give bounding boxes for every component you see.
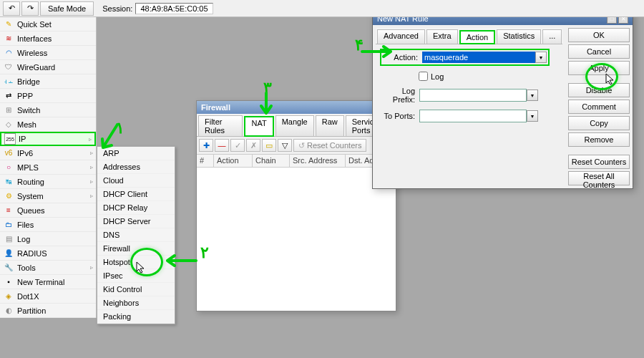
files-icon: 🗀 bbox=[3, 219, 14, 231]
sidebar-item-bridge[interactable]: ⫞⫠Bridge bbox=[0, 74, 96, 89]
sidebar-item-wireless[interactable]: ◠Wireless bbox=[0, 46, 96, 60]
sidebar-item-tools[interactable]: 🔧Tools▹ bbox=[0, 261, 96, 275]
tools-icon: 🔧 bbox=[3, 262, 14, 274]
tab-extra[interactable]: Extra bbox=[426, 29, 458, 44]
cancel-button[interactable]: Cancel bbox=[568, 44, 630, 59]
action-field-highlight: Action: masquerade ▼ bbox=[380, 49, 550, 66]
sidebar-item-log[interactable]: ▤Log bbox=[0, 232, 96, 246]
disable-button[interactable]: ✗ bbox=[246, 139, 260, 152]
add-button[interactable]: ✚ bbox=[199, 139, 213, 152]
submenu-item-dhcp-relay[interactable]: DHCP Relay bbox=[97, 201, 175, 215]
firewall-list[interactable] bbox=[197, 168, 396, 311]
reset-all-counters-button[interactable]: Reset All Counters bbox=[568, 171, 630, 185]
nat-rule-window: New NAT Rule □ ✕ AdvancedExtraActionStat… bbox=[372, 11, 633, 189]
sidebar-item-new-terminal[interactable]: ▪New Terminal bbox=[0, 275, 96, 289]
submenu-arrow-icon: ▹ bbox=[90, 164, 93, 170]
submenu-item-dns[interactable]: DNS bbox=[97, 228, 175, 242]
ok-button[interactable]: OK bbox=[568, 28, 630, 42]
submenu-item-neighbors[interactable]: Neighbors bbox=[97, 296, 175, 310]
tab-action[interactable]: Action bbox=[459, 30, 496, 44]
tab-more[interactable]: ... bbox=[542, 29, 562, 44]
col-#[interactable]: # bbox=[197, 155, 214, 167]
sidebar-item-label: Tools bbox=[17, 263, 36, 272]
to-ports-dropdown-icon[interactable]: ▼ bbox=[527, 110, 538, 122]
action-select[interactable]: masquerade bbox=[422, 52, 535, 63]
sidebar-item-quick-set[interactable]: ✎Quick Set bbox=[0, 17, 96, 32]
sidebar-item-ip[interactable]: 255IP▹ bbox=[0, 132, 96, 146]
undo-button[interactable]: ↶ bbox=[3, 1, 20, 16]
sidebar-item-label: Interfaces bbox=[17, 34, 52, 43]
reset-counters-button[interactable]: ↺Reset Counters bbox=[293, 139, 366, 152]
remove-button[interactable]: — bbox=[215, 139, 229, 152]
submenu-item-addresses[interactable]: Addresses bbox=[97, 160, 175, 174]
redo-button[interactable]: ↷ bbox=[21, 1, 39, 16]
col-chain[interactable]: Chain bbox=[253, 155, 290, 167]
tab-mangle[interactable]: Mangle bbox=[275, 115, 314, 136]
ipv6-icon: v6 bbox=[3, 147, 14, 159]
sidebar-item-queues[interactable]: ≡Queues bbox=[0, 203, 96, 218]
safe-mode-button[interactable]: Safe Mode bbox=[40, 1, 94, 16]
remove-button[interactable]: Remove bbox=[568, 132, 630, 147]
ppp-icon: ⇄ bbox=[3, 90, 14, 102]
sidebar-item-interfaces[interactable]: ≋Interfaces bbox=[0, 32, 96, 46]
reset-counters-button[interactable]: Reset Counters bbox=[568, 155, 630, 169]
submenu-item-packing[interactable]: Packing bbox=[97, 310, 175, 324]
sidebar-item-radius[interactable]: 👤RADIUS bbox=[0, 246, 96, 261]
partition-icon: ◐ bbox=[3, 305, 14, 316]
submenu-item-dhcp-client[interactable]: DHCP Client bbox=[97, 188, 175, 201]
submenu-item-arp[interactable]: ARP bbox=[97, 147, 175, 160]
enable-button[interactable]: ✓ bbox=[230, 139, 245, 152]
annotation-3: ۳ bbox=[263, 79, 272, 97]
sidebar-item-label: Log bbox=[17, 235, 30, 243]
tab-advanced[interactable]: Advanced bbox=[377, 29, 425, 44]
submenu-item-ipsec[interactable]: IPsec bbox=[97, 269, 175, 283]
sidebar-item-switch[interactable]: ⊞Switch bbox=[0, 103, 96, 117]
disable-button[interactable]: Disable bbox=[568, 83, 630, 97]
sidebar-item-ipv6[interactable]: v6IPv6▹ bbox=[0, 146, 96, 160]
switch-icon: ⊞ bbox=[3, 105, 14, 116]
tab-statistics[interactable]: Statistics bbox=[497, 29, 541, 44]
annotation-1: ۱ bbox=[116, 119, 125, 137]
session-value: 48:A9:8A:5E:C0:05 bbox=[135, 3, 213, 14]
sidebar-item-routing[interactable]: ↹Routing▹ bbox=[0, 175, 96, 189]
routing-icon: ↹ bbox=[3, 176, 14, 188]
sidebar-item-mesh[interactable]: ◇Mesh bbox=[0, 117, 96, 132]
sidebar-item-dot1x[interactable]: ◈Dot1X bbox=[0, 289, 96, 304]
copy-button[interactable]: Copy bbox=[568, 116, 630, 130]
tab-filter-rules[interactable]: Filter Rules bbox=[198, 115, 243, 136]
submenu-item-dhcp-server[interactable]: DHCP Server bbox=[97, 215, 175, 228]
log-checkbox-row: Log bbox=[419, 72, 562, 81]
firewall-window: Firewall Filter RulesNATMangleRawService… bbox=[196, 100, 396, 311]
sidebar-item-wireguard[interactable]: 🛡WireGuard bbox=[0, 60, 96, 74]
firewall-titlebar[interactable]: Firewall bbox=[197, 101, 396, 114]
sidebar-item-system[interactable]: ⚙System▹ bbox=[0, 189, 96, 203]
sidebar-item-label: Bridge bbox=[17, 77, 40, 86]
sidebar-item-files[interactable]: 🗀Files bbox=[0, 218, 96, 232]
sidebar-item-ppp[interactable]: ⇄PPP bbox=[0, 89, 96, 103]
comment-button[interactable]: ▭ bbox=[262, 139, 276, 152]
log-prefix-input[interactable] bbox=[419, 89, 527, 102]
sidebar-item-mpls[interactable]: ○MPLS▹ bbox=[0, 160, 96, 175]
to-ports-input[interactable] bbox=[419, 110, 527, 122]
top-toolbar: ↶ ↷ Safe Mode Session: 48:A9:8A:5E:C0:05 bbox=[0, 0, 644, 17]
submenu-item-firewall[interactable]: Firewall bbox=[97, 242, 175, 256]
col-action[interactable]: Action bbox=[214, 155, 253, 167]
submenu-item-cloud[interactable]: Cloud bbox=[97, 174, 175, 188]
filter-button[interactable]: ▽ bbox=[278, 139, 292, 152]
log-checkbox[interactable] bbox=[419, 72, 428, 81]
log-prefix-label: Log Prefix: bbox=[380, 87, 419, 104]
sidebar-item-partition[interactable]: ◐Partition bbox=[0, 304, 96, 318]
annotation-4: ۴ bbox=[355, 36, 364, 54]
log-label: Log bbox=[431, 72, 444, 81]
tab-nat[interactable]: NAT bbox=[244, 116, 273, 137]
comment-button[interactable]: Comment bbox=[568, 100, 630, 114]
submenu-item-hotspot[interactable]: Hotspot bbox=[97, 256, 175, 269]
col-src-address[interactable]: Src. Address bbox=[290, 155, 346, 167]
log-prefix-dropdown-icon[interactable]: ▼ bbox=[527, 90, 538, 101]
sidebar-item-label: Files bbox=[17, 221, 34, 229]
action-dropdown-icon[interactable]: ▼ bbox=[535, 52, 547, 63]
sidebar-item-label: Routing bbox=[17, 178, 44, 186]
submenu-item-kid-control[interactable]: Kid Control bbox=[97, 283, 175, 296]
apply-button[interactable]: Apply bbox=[568, 61, 630, 75]
tab-raw[interactable]: Raw bbox=[316, 115, 344, 136]
